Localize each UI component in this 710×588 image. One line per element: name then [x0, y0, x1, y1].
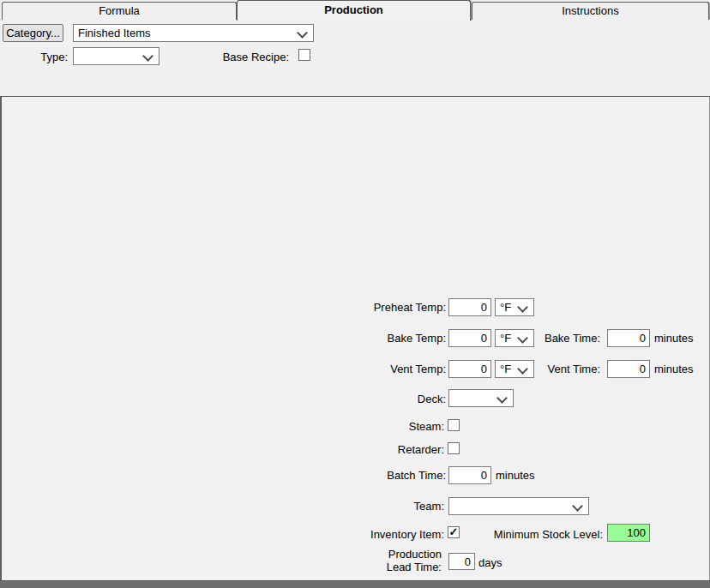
- recipe-editor-window: Name: Category... Finished Items Type: B…: [0, 0, 710, 588]
- bake-temp-unit-value: °F: [500, 332, 511, 345]
- preheat-temp-unit-value: °F: [500, 301, 511, 314]
- lead-time-input[interactable]: [448, 553, 475, 570]
- chevron-down-icon: [496, 393, 508, 404]
- bake-time-input[interactable]: [607, 329, 650, 347]
- deck-select[interactable]: [448, 389, 514, 407]
- batch-time-input[interactable]: [448, 466, 491, 484]
- deck-label: Deck:: [360, 393, 446, 405]
- vent-time-suffix: minutes: [654, 363, 697, 375]
- vent-temp-unit-value: °F: [500, 363, 511, 375]
- vent-time-label: Vent Time:: [514, 363, 600, 375]
- batch-time-label: Batch Time:: [360, 469, 446, 482]
- inventory-item-checkbox[interactable]: ✓: [448, 526, 460, 538]
- batch-time-suffix: minutes: [496, 469, 539, 482]
- lead-time-label-line2: Lead Time:: [387, 561, 442, 573]
- vent-temp-input[interactable]: [448, 360, 491, 378]
- minimum-stock-level-input[interactable]: [607, 524, 650, 542]
- lead-time-label-line1: Production: [388, 548, 442, 561]
- production-form: Preheat Temp: °F Bake Temp: °F Bake Time…: [0, 0, 710, 580]
- lead-time-label: Production Lead Time:: [360, 548, 442, 573]
- vent-time-input[interactable]: [607, 360, 650, 378]
- bake-time-suffix: minutes: [654, 332, 697, 345]
- chevron-down-icon: [517, 302, 528, 313]
- inventory-item-label: Inventory Item:: [360, 528, 444, 541]
- vent-temp-label: Vent Temp:: [360, 363, 446, 375]
- minimum-stock-level-label: Minimum Stock Level:: [474, 528, 603, 541]
- team-label: Team:: [360, 500, 444, 513]
- steam-label: Steam:: [360, 420, 444, 433]
- checkmark-icon: ✓: [449, 525, 459, 538]
- preheat-temp-label: Preheat Temp:: [360, 301, 446, 314]
- chevron-down-icon: [572, 501, 583, 512]
- lead-time-suffix: days: [478, 556, 513, 569]
- bake-time-label: Bake Time:: [514, 332, 600, 345]
- bake-temp-input[interactable]: [448, 329, 491, 347]
- preheat-temp-input[interactable]: [448, 298, 491, 316]
- panel-bottom-edge: [0, 580, 710, 588]
- bake-temp-label: Bake Temp:: [360, 332, 446, 345]
- retarder-checkbox[interactable]: [448, 442, 460, 454]
- preheat-temp-unit-select[interactable]: °F: [495, 298, 534, 316]
- steam-checkbox[interactable]: [448, 419, 460, 431]
- team-select[interactable]: [448, 497, 589, 515]
- retarder-label: Retarder:: [360, 443, 444, 456]
